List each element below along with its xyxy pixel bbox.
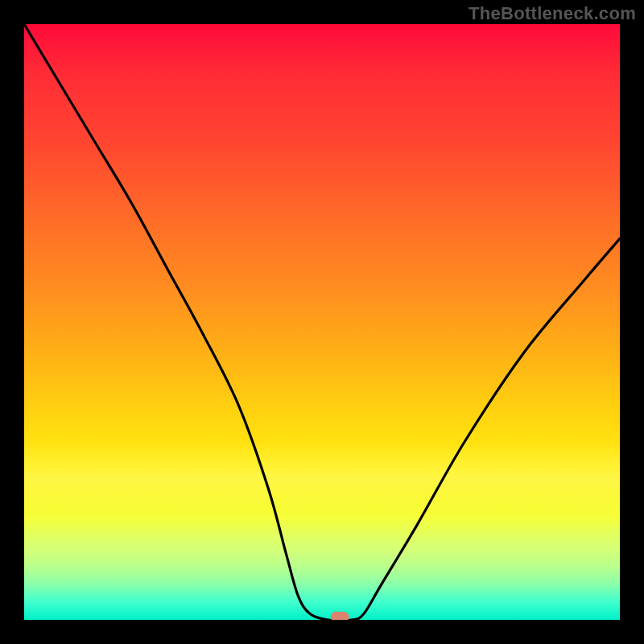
- bottleneck-curve-path: [24, 24, 620, 620]
- watermark-text: TheBottleneck.com: [469, 3, 636, 24]
- chart-frame: TheBottleneck.com: [0, 0, 644, 644]
- curve-svg: [24, 24, 620, 620]
- plot-area: [24, 24, 620, 620]
- minimum-marker: [331, 612, 349, 620]
